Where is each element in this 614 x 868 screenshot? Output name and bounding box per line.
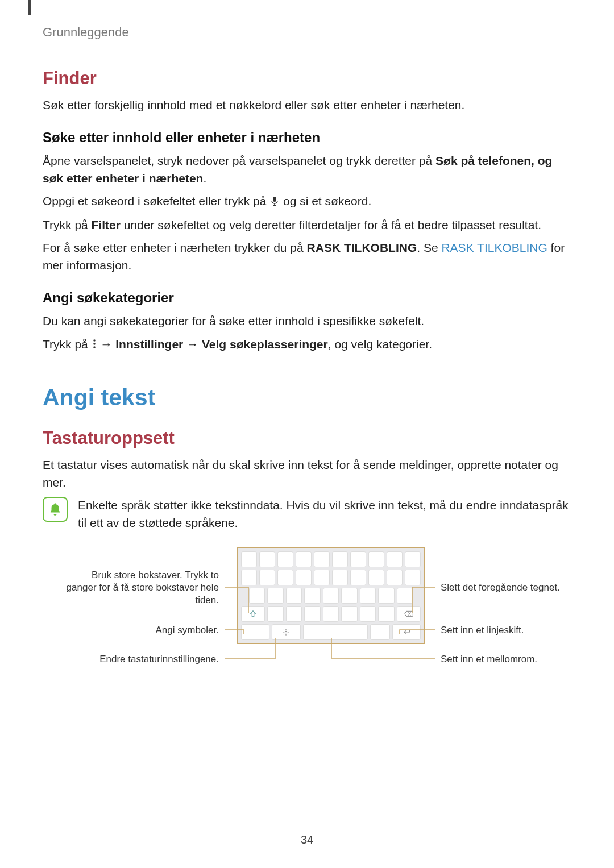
text: og si et søkeord. bbox=[280, 194, 371, 207]
categories-p2: Trykk på → Innstillinger → Velg søkeplas… bbox=[43, 336, 574, 354]
bold-text: Innstillinger bbox=[115, 338, 183, 351]
callout-space: Sett inn et mellomrom. bbox=[441, 653, 574, 666]
svg-point-3 bbox=[93, 339, 96, 342]
keyboard-key bbox=[350, 570, 366, 585]
keyboard-key bbox=[332, 570, 348, 585]
keyboard-key bbox=[277, 551, 293, 567]
bold-text: Filter bbox=[92, 218, 121, 231]
section-tab-marker bbox=[28, 0, 31, 15]
heading-tastaturoppsett: Tastaturoppsett bbox=[43, 428, 574, 448]
backspace-icon bbox=[404, 610, 413, 617]
callout-symbols: Angi symboler. bbox=[65, 624, 219, 637]
note-text: Enkelte språk støtter ikke tekstinndata.… bbox=[78, 497, 574, 531]
shift-icon bbox=[249, 610, 257, 618]
breadcrumb: Grunnleggende bbox=[43, 25, 129, 39]
keyboard-key bbox=[304, 606, 321, 622]
svg-point-6 bbox=[285, 631, 288, 633]
delete-key bbox=[397, 606, 421, 622]
keyboard-key bbox=[259, 551, 275, 567]
keyboard-key bbox=[378, 606, 395, 622]
keyboard-key bbox=[387, 570, 403, 585]
bold-text: RASK TILKOBLING bbox=[307, 241, 417, 254]
categories-p1: Du kan angi søkekategorier for å søke et… bbox=[43, 313, 574, 330]
heading-angi-tekst: Angi tekst bbox=[43, 384, 574, 411]
space-key bbox=[303, 624, 368, 640]
heading-finder: Finder bbox=[43, 68, 574, 89]
text: , og velg kategorier. bbox=[328, 338, 432, 351]
callout-settings: Endre tastaturinnstillingene. bbox=[65, 653, 219, 666]
keyboard-key bbox=[241, 570, 257, 585]
keyboard-figure: Bruk store bokstaver. Trykk to ganger fo… bbox=[43, 547, 574, 707]
text: → bbox=[183, 338, 202, 351]
keyboard-key bbox=[286, 588, 302, 604]
link-rask-tilkobling[interactable]: RASK TILKOBLING bbox=[441, 241, 547, 254]
shift-key bbox=[241, 606, 265, 622]
finder-p4: For å søke etter enheter i nærheten tryk… bbox=[43, 239, 574, 274]
keyboard-key bbox=[368, 551, 384, 567]
microphone-icon bbox=[271, 194, 279, 211]
finder-p3: Trykk på Filter under søkefeltet og velg… bbox=[43, 217, 574, 234]
settings-key bbox=[272, 624, 300, 640]
keyboard-key bbox=[397, 588, 413, 604]
keyboard-key bbox=[267, 606, 284, 622]
keyboard-key bbox=[241, 551, 257, 567]
heading-search-content: Søke etter innhold eller enheter i nærhe… bbox=[43, 130, 574, 146]
keyboard-key bbox=[296, 551, 312, 567]
keyboard-key bbox=[267, 588, 283, 604]
text: → bbox=[97, 338, 116, 351]
keyboard-key bbox=[360, 588, 376, 604]
callout-enter: Sett inn et linjeskift. bbox=[441, 624, 574, 637]
symbols-key bbox=[241, 624, 269, 640]
text: . Se bbox=[417, 241, 441, 254]
keyboard-key bbox=[405, 570, 421, 585]
keyboard-key bbox=[314, 551, 330, 567]
keyboard-key bbox=[341, 588, 357, 604]
keyboard-key bbox=[370, 624, 389, 640]
keyboard-key bbox=[277, 570, 293, 585]
tastatur-p1: Et tastatur vises automatisk når du skal… bbox=[43, 456, 574, 491]
bold-text: Velg søkeplasseringer bbox=[202, 338, 328, 351]
keyboard-key bbox=[296, 570, 312, 585]
finder-p2: Oppgi et søkeord i søkefeltet eller tryk… bbox=[43, 193, 574, 211]
text: Oppgi et søkeord i søkefeltet eller tryk… bbox=[43, 194, 269, 207]
text: Åpne varselspanelet, stryk nedover på va… bbox=[43, 154, 435, 167]
text: Trykk på bbox=[43, 338, 92, 351]
keyboard-key bbox=[259, 570, 275, 585]
keyboard-key bbox=[387, 551, 403, 567]
keyboard-key bbox=[350, 551, 366, 567]
keyboard-key bbox=[341, 606, 358, 622]
text: . bbox=[203, 172, 206, 185]
page-number: 34 bbox=[0, 833, 614, 846]
keyboard-key bbox=[304, 588, 320, 604]
enter-icon bbox=[402, 629, 411, 636]
callout-caps: Bruk store bokstaver. Trykk to ganger fo… bbox=[65, 569, 219, 607]
svg-point-5 bbox=[93, 346, 96, 348]
finder-p1: Åpne varselspanelet, stryk nedover på va… bbox=[43, 152, 574, 187]
keyboard-key bbox=[314, 570, 330, 585]
keyboard-key bbox=[378, 588, 394, 604]
keyboard-key bbox=[323, 588, 339, 604]
keyboard-key bbox=[286, 606, 302, 622]
keyboard-key bbox=[323, 606, 339, 622]
keyboard-key bbox=[360, 606, 376, 622]
gear-icon bbox=[282, 628, 290, 636]
text: Trykk på bbox=[43, 218, 92, 231]
keyboard-key bbox=[405, 551, 421, 567]
keyboard-key bbox=[249, 588, 265, 604]
enter-key bbox=[392, 624, 421, 640]
note-block: Enkelte språk støtter ikke tekstinndata.… bbox=[43, 497, 574, 531]
text: under søkefeltet og velg deretter filter… bbox=[121, 218, 541, 231]
callout-delete: Slett det foregående tegnet. bbox=[441, 582, 574, 594]
svg-point-4 bbox=[93, 343, 96, 345]
bell-icon bbox=[48, 502, 63, 517]
finder-intro: Søk etter forskjellig innhold med et nøk… bbox=[43, 97, 574, 114]
heading-search-categories: Angi søkekategorier bbox=[43, 290, 574, 306]
keyboard-key bbox=[332, 551, 348, 567]
note-icon-box bbox=[43, 497, 68, 522]
svg-rect-0 bbox=[273, 197, 276, 202]
keyboard-illustration bbox=[237, 547, 425, 644]
more-vertical-icon bbox=[93, 337, 96, 354]
text: For å søke etter enheter i nærheten tryk… bbox=[43, 241, 307, 254]
keyboard-key bbox=[368, 570, 384, 585]
